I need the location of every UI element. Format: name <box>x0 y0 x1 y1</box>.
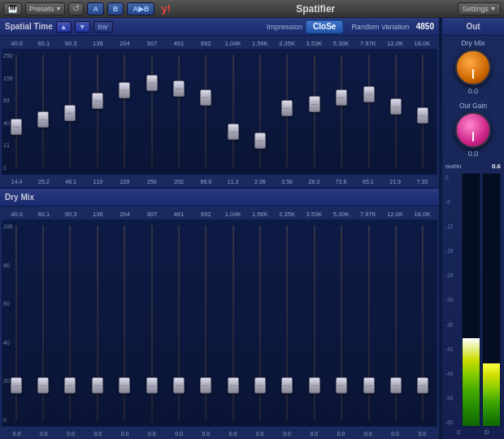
fader-col <box>193 220 219 426</box>
fader-track <box>422 225 424 421</box>
freq-label: 40.0 <box>3 40 30 47</box>
fader-thumb[interactable] <box>281 100 293 116</box>
presets-button[interactable]: Presets ▼ <box>25 2 65 15</box>
fader-thumb[interactable] <box>254 133 266 149</box>
freq-label: 2.35K <box>274 211 301 218</box>
freq-label: 1.56K <box>246 40 273 47</box>
fader-thumb[interactable] <box>200 377 211 393</box>
fader-track <box>395 54 397 169</box>
fader-col <box>355 50 382 174</box>
freq-label: 18.0K <box>409 40 436 47</box>
fader-thumb[interactable] <box>92 93 103 109</box>
fader-track <box>15 225 17 421</box>
fader-thumb[interactable] <box>37 111 49 128</box>
fader-col <box>410 220 437 426</box>
fader-thumb[interactable] <box>11 377 22 393</box>
dry-mix-faders-area: 100806040200 <box>2 220 437 427</box>
freq-label: 204 <box>111 40 138 47</box>
fader-thumb[interactable] <box>309 96 320 112</box>
fader-thumb[interactable] <box>173 80 185 97</box>
dry-mix-freq-labels: 40.060.190.31362043074616921.04K1.56K2.3… <box>2 208 437 220</box>
dry-mix-val-labels: 0.00.00.00.00.00.00.00.00.00.00.00.00.00… <box>2 428 437 439</box>
fader-thumb[interactable] <box>11 119 22 135</box>
dry-mix-knob[interactable] <box>455 50 491 85</box>
fader-track <box>368 54 370 169</box>
val-label: 0.0 <box>193 431 219 437</box>
fader-col <box>165 220 192 426</box>
fader-thumb[interactable] <box>119 377 130 393</box>
fader-thumb[interactable] <box>228 377 239 393</box>
settings-label: Settings <box>463 5 489 13</box>
fader-thumb[interactable] <box>336 89 347 106</box>
val-label: 48.1 <box>58 179 85 185</box>
fader-thumb[interactable] <box>417 107 428 124</box>
app-title: Spatifier <box>177 3 454 15</box>
freq-label: 7.97K <box>354 211 381 218</box>
fader-thumb[interactable] <box>417 377 428 393</box>
right-panel: Out Dry Mix 0.0 Out Gain 0.0 out/in 0.6 <box>441 18 504 439</box>
fader-track <box>341 225 342 421</box>
btn-b[interactable]: B <box>107 2 124 15</box>
btn-ab[interactable]: A▶B <box>127 2 154 15</box>
freq-label: 90.3 <box>58 211 85 218</box>
spatial-time-section: Spatial Time ▲ ▼ Inv Impression CloSe Ra… <box>0 18 439 189</box>
vu-scale-label: -24 <box>445 272 460 278</box>
fader-thumb[interactable] <box>37 377 49 393</box>
fader-thumb[interactable] <box>363 86 375 102</box>
app-logo: y! <box>161 2 171 15</box>
fader-thumb[interactable] <box>254 377 266 393</box>
out-gain-knob-label: Out Gain <box>459 102 487 110</box>
fader-thumb[interactable] <box>173 377 185 393</box>
fader-track <box>232 54 234 169</box>
spatial-time-up-btn[interactable]: ▲ <box>56 21 72 33</box>
close-button[interactable]: CloSe <box>306 20 343 33</box>
fader-col <box>29 50 56 174</box>
fader-thumb[interactable] <box>309 377 320 393</box>
fader-track <box>259 54 261 169</box>
vu-scale-label: -12 <box>445 224 460 229</box>
val-label: 0.0 <box>328 431 354 437</box>
inv-button[interactable]: Inv <box>93 21 113 33</box>
fader-thumb[interactable] <box>363 377 375 393</box>
vu-scale-label: -6 <box>445 199 460 205</box>
piano-button[interactable]: 🎹 <box>3 2 22 15</box>
fader-thumb[interactable] <box>200 89 211 106</box>
val-label: 0.0 <box>219 431 246 437</box>
freq-label: 40.0 <box>3 211 30 218</box>
main-content: Spatial Time ▲ ▼ Inv Impression CloSe Ra… <box>0 18 504 439</box>
fader-track <box>42 225 44 421</box>
fader-col <box>84 50 111 174</box>
spatial-time-down-btn[interactable]: ▼ <box>75 21 90 33</box>
fader-thumb[interactable] <box>119 82 130 98</box>
out-in-label-row: out/in 0.6 <box>442 161 504 170</box>
refresh-button[interactable]: ↺ <box>68 2 84 15</box>
fader-thumb[interactable] <box>281 377 293 393</box>
spatial-time-header: Spatial Time ▲ ▼ Inv Impression CloSe Ra… <box>0 18 439 36</box>
fader-thumb[interactable] <box>64 105 76 121</box>
fader-thumb[interactable] <box>146 377 158 393</box>
spatial-time-fader-section: 40.060.190.31362043074616921.04K1.56K2.3… <box>0 36 439 187</box>
val-label: 26.3 <box>301 179 328 185</box>
fader-thumb[interactable] <box>92 377 103 393</box>
fader-track <box>314 225 315 421</box>
settings-button[interactable]: Settings ▼ <box>458 2 501 15</box>
fader-thumb[interactable] <box>390 98 402 115</box>
fader-thumb[interactable] <box>228 124 239 140</box>
fader-col <box>328 50 355 174</box>
fader-col <box>274 220 301 426</box>
freq-label: 18.0K <box>409 211 436 218</box>
fader-thumb[interactable] <box>146 75 158 91</box>
val-label: 229 <box>111 179 138 185</box>
fader-thumb[interactable] <box>390 377 402 393</box>
vu-channel-d <box>482 173 501 427</box>
fader-thumb[interactable] <box>336 377 347 393</box>
out-gain-knob-indicator <box>472 132 474 141</box>
fader-col <box>84 220 111 426</box>
fader-col <box>328 220 355 426</box>
val-label: 0.0 <box>246 431 273 437</box>
fader-thumb[interactable] <box>64 377 76 393</box>
btn-a[interactable]: A <box>87 2 104 15</box>
dry-mix-title: Dry Mix <box>5 193 34 202</box>
vu-scale-label: -18 <box>445 248 460 254</box>
out-gain-knob[interactable] <box>455 112 491 148</box>
